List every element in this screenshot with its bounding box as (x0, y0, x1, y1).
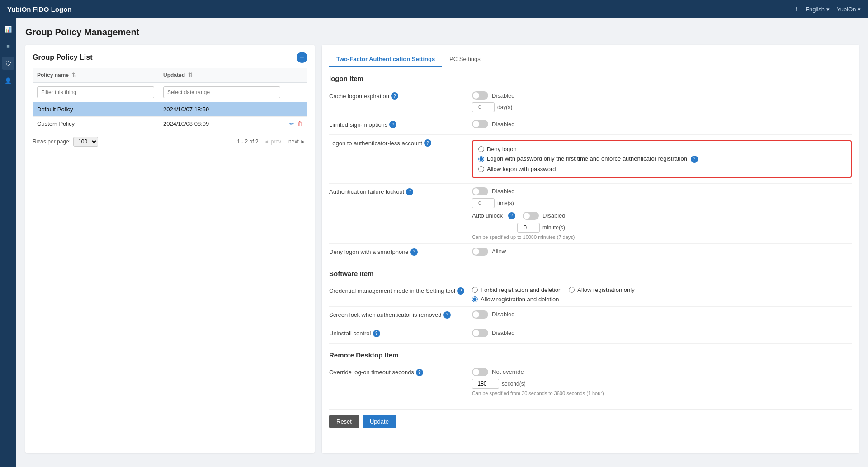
main-content: Group Policy Management Group Policy Lis… (16, 18, 868, 467)
radio-forbid-reg-input[interactable] (472, 287, 478, 293)
screen-lock-label: Screen lock when authenticator is remove… (329, 310, 465, 319)
radio-allow-reg-deletion-input[interactable] (472, 296, 478, 302)
auth-failure-value-input[interactable] (472, 198, 495, 208)
policy-actions-cell: - (285, 102, 307, 117)
rows-per-page: Rows per page: 100 50 25 (33, 137, 98, 147)
radio-deny-logon: Deny logon (478, 146, 845, 152)
cache-logon-toggle[interactable] (472, 91, 488, 100)
filter-row (33, 82, 307, 102)
add-policy-button[interactable]: + (297, 52, 307, 63)
radio-allow-reg-deletion: Allow registration and deletion (472, 296, 852, 303)
sort-icon-updated: ⇅ (188, 72, 193, 78)
auth-failure-lockout-label: Authentication failure lockout ? (329, 187, 465, 195)
tabs: Two-Factor Authentication Settings PC Se… (329, 52, 852, 67)
panel-header: Group Policy List + (33, 52, 307, 63)
tab-2fa[interactable]: Two-Factor Authentication Settings (329, 52, 442, 67)
auth-failure-lockout-toggle-label: Disabled (492, 188, 515, 195)
limited-signin-toggle[interactable] (472, 120, 488, 128)
auth-failure-lockout-toggle[interactable] (472, 187, 488, 195)
deny-logon-smartphone-toggle-label: Allow (492, 248, 506, 255)
policy-updated-cell: 2024/10/07 18:59 (159, 102, 285, 117)
radio-allow-logon-password-input[interactable] (478, 166, 484, 172)
edit-icon[interactable]: ✏ (289, 120, 294, 127)
date-filter-input[interactable] (163, 86, 280, 98)
override-logon-timeout-toggle[interactable] (472, 368, 488, 376)
deny-logon-smartphone-control: Allow (472, 248, 852, 258)
radio-allow-reg-only: Allow registration only (569, 286, 634, 293)
sidebar-icon-chart[interactable]: 📊 (2, 23, 14, 35)
uninstall-control-toggle-label: Disabled (492, 329, 515, 336)
next-button[interactable]: next ► (287, 138, 307, 146)
tab-pc[interactable]: PC Settings (442, 52, 488, 67)
update-button[interactable]: Update (363, 415, 396, 428)
screen-lock-toggle-label: Disabled (492, 311, 515, 318)
uninstall-control-row: Uninstall control ? Disabled (329, 325, 852, 344)
uninstall-control-toggle[interactable] (472, 329, 488, 337)
radio-logon-password-first-input[interactable] (478, 156, 484, 162)
limited-signin-help-icon[interactable]: ? (389, 121, 396, 128)
col-actions (285, 68, 307, 82)
table-row[interactable]: Default Policy 2024/10/07 18:59 - (33, 102, 307, 117)
auto-unlock-value-input[interactable] (517, 223, 540, 233)
deny-logon-smartphone-row: Deny logon with a smartphone ? Allow (329, 244, 852, 262)
credential-mgmt-label: Credential management mode in the Settin… (329, 286, 465, 295)
policy-panel: Group Policy List + Policy name ⇅ Update… (25, 45, 315, 453)
radio-logon-password-first: Logon with password only the first time … (478, 155, 845, 163)
auth-failure-hint: Can be specified up to 10080 minutes (7 … (472, 234, 852, 240)
authenticatorless-help-icon[interactable]: ? (424, 139, 431, 147)
sidebar-icon-shield[interactable]: 🛡 (2, 57, 14, 70)
sidebar: 📊 ≡ 🛡 👤 (0, 18, 16, 467)
auto-unlock-help-icon[interactable]: ? (508, 212, 515, 219)
limited-signin-row: Limited sign-in options ? Disabled (329, 116, 852, 135)
help-icon[interactable]: ℹ (796, 6, 798, 13)
override-logon-timeout-help-icon[interactable]: ? (416, 369, 423, 376)
policy-actions-cell: ✏ 🗑 (285, 117, 307, 131)
delete-icon[interactable]: 🗑 (297, 120, 303, 127)
cache-logon-value-input[interactable] (472, 102, 495, 112)
sidebar-icon-user[interactable]: 👤 (2, 74, 14, 87)
reset-button[interactable]: Reset (329, 415, 359, 428)
table-footer: Rows per page: 100 50 25 1 - 2 of 2 ◄ pr… (33, 137, 307, 147)
override-logon-timeout-row: Override log-on timeout seconds ? Not ov… (329, 364, 852, 400)
uninstall-control-help-icon[interactable]: ? (373, 330, 380, 337)
filter-input[interactable] (37, 86, 154, 98)
radio-allow-reg-only-input[interactable] (569, 287, 575, 293)
auto-unlock-toggle-label: Disabled (542, 212, 566, 219)
prev-button[interactable]: ◄ prev (262, 138, 283, 146)
screen-lock-help-icon[interactable]: ? (443, 311, 451, 319)
auth-failure-lockout-help-icon[interactable]: ? (406, 188, 413, 195)
auto-unlock-toggle[interactable] (523, 212, 539, 220)
cache-logon-toggle-label: Disabled (492, 92, 515, 99)
sort-icon-name: ⇅ (72, 72, 76, 78)
override-logon-timeout-value-input[interactable] (472, 379, 499, 389)
pagination: 1 - 2 of 2 ◄ prev next ► (237, 138, 307, 146)
policy-name-cell: Custom Policy (33, 117, 159, 131)
radio-deny-logon-input[interactable] (478, 146, 484, 152)
auto-unlock-unit: minute(s) (542, 224, 565, 231)
override-logon-timeout-hint: Can be specified from 30 seconds to 3600… (472, 391, 852, 396)
page-title: Group Policy Management (25, 27, 859, 38)
override-logon-timeout-label: Override log-on timeout seconds ? (329, 368, 465, 376)
remote-section-header: Remote Desktop Item (329, 351, 852, 359)
cache-logon-help-icon[interactable]: ? (391, 92, 398, 100)
user-menu[interactable]: YubiOn ▾ (837, 6, 861, 13)
radio-deny-logon-label: Deny logon (487, 146, 517, 152)
table-row[interactable]: Custom Policy 2024/10/08 08:09 ✏ 🗑 (33, 117, 307, 131)
deny-logon-smartphone-toggle[interactable] (472, 248, 488, 256)
sidebar-icon-list[interactable]: ≡ (2, 40, 14, 52)
authenticatorless-highlight-box: Deny logon Logon with password only the … (472, 140, 852, 178)
deny-logon-smartphone-help-icon[interactable]: ? (410, 248, 418, 256)
screen-lock-toggle[interactable] (472, 310, 488, 319)
radio-forbid-reg-label: Forbid registration and deletion (481, 286, 561, 293)
radio-logon-password-first-label: Logon with password only the first time … (487, 155, 698, 163)
override-logon-timeout-control: Not override second(s) Can be specified … (472, 368, 852, 396)
screen-lock-control: Disabled (472, 310, 852, 321)
radio-forbid-reg: Forbid registration and deletion (472, 286, 561, 293)
rows-per-page-select[interactable]: 100 50 25 (73, 137, 98, 147)
credential-mgmt-help-icon[interactable]: ? (457, 287, 464, 295)
auto-unlock-label: Auto unlock (472, 212, 503, 219)
language-selector[interactable]: English ▾ (805, 6, 829, 13)
policy-table: Policy name ⇅ Updated ⇅ (33, 68, 307, 131)
authenticatorless-radio-group: Deny logon Logon with password only the … (478, 146, 845, 172)
radio-password-first-help-icon[interactable]: ? (691, 156, 698, 163)
